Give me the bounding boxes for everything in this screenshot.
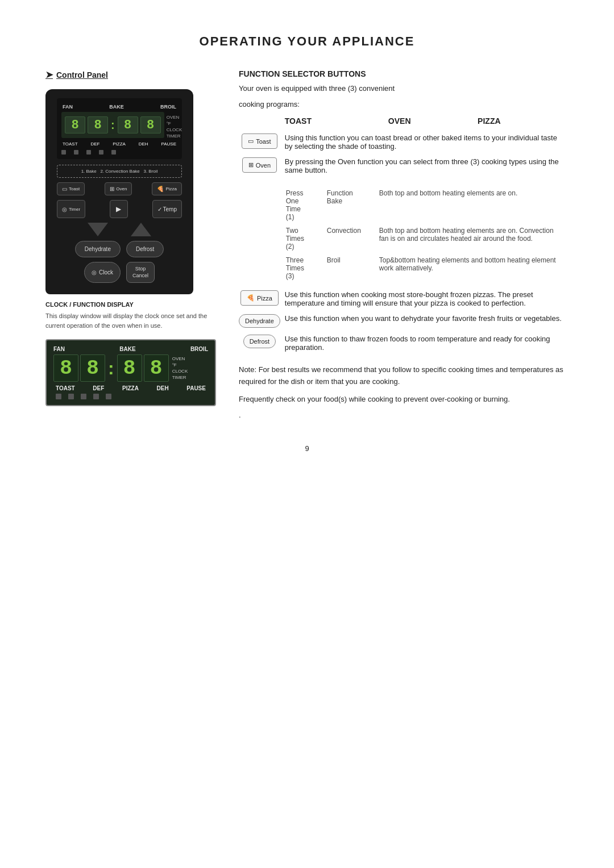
label-toast-small: TOAST — [63, 141, 78, 147]
clock-panel-btn[interactable]: ◎ Clock — [84, 262, 121, 283]
oven-sub-table: PressOneTime(1) FunctionBake Both top an… — [285, 186, 564, 283]
lcd-digits-row: 8 8 : 8 8 — [53, 354, 169, 382]
start-icon: ▶ — [116, 205, 121, 213]
lcd-bottom-pizza: PIZZA — [122, 385, 139, 391]
down-arrow-btn[interactable] — [88, 223, 108, 236]
function-table: TOAST OVEN PIZZA ▭ Toast Using this func — [239, 114, 569, 355]
sub-row-convection: TwoTimes(2) Convection Both top and bott… — [286, 224, 563, 253]
lcd-display: FAN BAKE BROIL 8 8 : 8 8 OVEN °F CLOCK T… — [45, 339, 216, 406]
label-bake: BAKE — [109, 104, 124, 110]
defrost-desc: Use this function to thaw frozen foods t… — [285, 331, 569, 355]
arrow-icon: ➤ — [45, 69, 53, 80]
lcd-dot-1 — [56, 394, 61, 399]
func-broil: Broil — [327, 254, 378, 282]
col-header-oven: OVEN — [388, 114, 478, 130]
lcd-dot-3 — [81, 394, 86, 399]
dot-3 — [86, 150, 91, 155]
label-deh: DEH — [139, 141, 148, 147]
toast-func-label: Toast — [256, 138, 271, 145]
start-btn[interactable]: ▶ — [110, 200, 128, 218]
up-arrow-btn[interactable] — [131, 223, 151, 236]
clock-display-label: CLOCK / FUNCTION DISPLAY — [45, 301, 216, 308]
defrost-icon-cell: Defrost — [239, 331, 285, 355]
function-selector-title: FUNCTION SELECTOR BUTTONS — [239, 69, 569, 78]
clock-display-desc: This display window will display the clo… — [45, 311, 216, 330]
pizza-icon: 🍕 — [157, 186, 164, 192]
oven-sub-empty — [239, 178, 285, 287]
lcd-label-fan: FAN — [53, 346, 65, 352]
table-row-pizza: 🍕 Pizza Use this function when cooking m… — [239, 287, 569, 311]
left-column: ➤ Control Panel FAN BAKE BROIL 8 8 : 8 8 — [45, 69, 216, 410]
lcd-top-labels: FAN BAKE BROIL — [53, 346, 208, 352]
timer-icon: ◎ — [62, 206, 67, 212]
toast-icon: ▭ — [62, 186, 67, 192]
lcd-dot-5 — [106, 394, 111, 399]
clock-icon: ◎ — [92, 269, 97, 276]
defrost-panel-btn[interactable]: Defrost — [126, 241, 164, 257]
lcd-bottom-labels: TOAST DEF PIZZA DEH PAUSE — [53, 385, 208, 391]
oven-sub-cell: PressOneTime(1) FunctionBake Both top an… — [285, 178, 569, 287]
dehydrate-panel-btn[interactable]: Dehydrate — [75, 241, 121, 257]
dot-4 — [99, 150, 103, 155]
dehydrate-panel-label: Dehydrate — [85, 246, 111, 252]
lcd-label-bake: BAKE — [119, 346, 135, 352]
defrost-func-label: Defrost — [250, 338, 269, 345]
stop-cancel-btn[interactable]: Stop Cancel — [126, 262, 155, 283]
oven-btn[interactable]: ⊞ Oven — [105, 182, 132, 195]
table-header-row: TOAST OVEN PIZZA — [239, 114, 569, 130]
oven-icon-cell: ⊞ Oven — [239, 154, 285, 178]
lcd-side-clock: CLOCK — [172, 369, 188, 374]
temp-btn[interactable]: ✓ Temp — [152, 200, 182, 218]
note-section: Note: For best results we recommend that… — [239, 364, 569, 422]
timer-btn-label: Timer — [69, 207, 80, 212]
table-row-defrost: Defrost Use this function to thaw frozen… — [239, 331, 569, 355]
timer-btn[interactable]: ◎ Timer — [57, 200, 85, 218]
sub-row-bake: PressOneTime(1) FunctionBake Both top an… — [286, 187, 563, 223]
stop-label: Stop — [132, 266, 148, 273]
digit-3: 8 — [118, 116, 138, 133]
label-fan: FAN — [63, 104, 73, 110]
temp-btn-label: Temp — [163, 206, 177, 212]
digit-colon: : — [111, 119, 115, 132]
lcd-bottom-pause: PAUSE — [186, 385, 206, 391]
lcd-dot-4 — [93, 394, 99, 399]
oven-icon: ⊞ — [110, 186, 114, 192]
lcd-dot-2 — [68, 394, 74, 399]
pizza-btn[interactable]: 🍕 Pizza — [152, 182, 182, 195]
lcd-side-oven: OVEN — [172, 356, 188, 361]
dot-5 — [111, 150, 116, 155]
lcd-digit-3: 8 — [117, 354, 142, 382]
note-2: Frequently check on your food(s) while c… — [239, 394, 569, 406]
clock-btn-row: ◎ Clock Stop Cancel — [57, 262, 182, 283]
func-intro-1: Your oven is equipped with three (3) con… — [239, 83, 569, 94]
display-digits-wrapper: 8 8 : 8 8 OVEN °F CLOCK TIMER — [61, 112, 177, 141]
func-bake: FunctionBake — [327, 187, 378, 223]
label-f: °F — [167, 121, 182, 126]
lcd-bottom-toast: TOAST — [56, 385, 75, 391]
dot-2 — [74, 150, 78, 155]
pizza-icon-cell: 🍕 Pizza — [239, 287, 285, 311]
lcd-digit-2: 8 — [80, 354, 105, 382]
lcd-colon: : — [108, 358, 114, 379]
right-column: FUNCTION SELECTOR BUTTONS Your oven is e… — [239, 69, 569, 422]
main-layout: ➤ Control Panel FAN BAKE BROIL 8 8 : 8 8 — [45, 69, 569, 422]
label-def: DEF — [90, 141, 99, 147]
sub-row-broil: ThreeTimes(3) Broil Top&bottom heating e… — [286, 254, 563, 282]
lcd-bottom-dots — [53, 394, 208, 399]
digit-4: 8 — [140, 116, 161, 133]
lcd-digit-4: 8 — [144, 354, 169, 382]
label-clock: CLOCK — [167, 127, 182, 132]
table-row-oven: ⊞ Oven By pressing the Oven function you… — [239, 154, 569, 178]
pizza-box-icon: 🍕 — [247, 294, 255, 302]
table-row-toast: ▭ Toast Using this function you can toas… — [239, 130, 569, 154]
toast-btn[interactable]: ▭ Toast — [57, 182, 85, 195]
dehydrate-icon-cell: Dehydrate — [239, 311, 285, 331]
defrost-func-icon: Defrost — [243, 335, 276, 348]
button-row-1: ▭ Toast ⊞ Oven 🍕 Pizza — [57, 182, 182, 195]
period-dot: . — [239, 410, 569, 422]
dehydrate-desc: Use this function when you want to dehyd… — [285, 311, 569, 331]
defrost-panel-label: Defrost — [136, 246, 154, 252]
press-one: PressOneTime(1) — [286, 187, 326, 223]
control-panel-heading: ➤ Control Panel — [45, 69, 216, 80]
cancel-label: Cancel — [132, 273, 148, 279]
